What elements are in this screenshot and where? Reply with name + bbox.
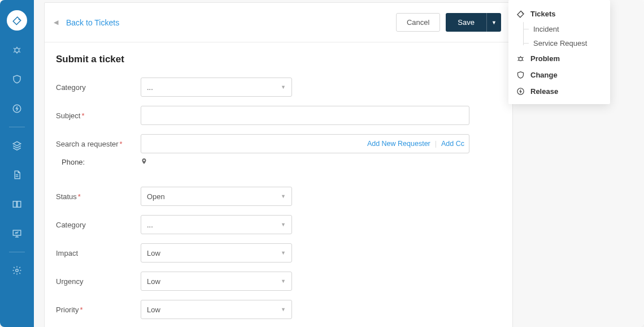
label-priority: Priority* xyxy=(56,306,141,314)
select-urgency[interactable]: Low ▼ xyxy=(141,272,292,291)
tag-icon xyxy=(516,10,525,18)
app-shell: ◀ Back to Tickets Cancel Save ▼ Submit a… xyxy=(0,0,644,327)
select-impact[interactable]: Low ▼ xyxy=(141,243,292,263)
nav-settings-icon[interactable] xyxy=(7,260,27,281)
back-link[interactable]: ◀ Back to Tickets xyxy=(54,18,119,27)
flyout-tickets[interactable]: Tickets xyxy=(508,6,610,22)
flyout-problem[interactable]: Problem xyxy=(508,50,610,67)
sidebar-divider xyxy=(9,252,25,252)
add-requester-link[interactable]: Add New Requester xyxy=(367,140,430,148)
nav-layers-icon[interactable] xyxy=(7,135,27,156)
nav-book-icon[interactable] xyxy=(7,194,27,214)
left-sidebar xyxy=(0,0,34,327)
label-urgency: Urgency xyxy=(56,277,141,286)
chevron-down-icon: ▼ xyxy=(281,193,286,199)
select-category2[interactable]: ... ▼ xyxy=(141,215,292,234)
input-subject[interactable] xyxy=(141,106,469,125)
row-priority: Priority* Low ▼ xyxy=(56,300,501,319)
sidebar-divider xyxy=(9,127,25,127)
nav-document-icon[interactable] xyxy=(7,165,27,185)
nav-presentation-icon[interactable] xyxy=(7,223,27,244)
label-category2: Category xyxy=(56,221,141,229)
chevron-down-icon: ▼ xyxy=(281,84,286,90)
label-category: Category xyxy=(56,83,141,92)
label-phone: Phone: xyxy=(56,158,141,166)
topbar: ◀ Back to Tickets Cancel Save ▼ xyxy=(45,3,512,42)
svg-point-0 xyxy=(15,48,19,53)
save-dropdown-caret[interactable]: ▼ xyxy=(486,13,501,32)
flyout-change[interactable]: Change xyxy=(508,67,610,83)
location-pin-icon xyxy=(141,157,147,167)
bolt-icon xyxy=(516,87,525,96)
bug-icon xyxy=(516,54,525,63)
chevron-left-icon: ◀ xyxy=(54,19,58,26)
save-button[interactable]: Save xyxy=(446,13,486,32)
row-urgency: Urgency Low ▼ xyxy=(56,272,501,291)
label-impact: Impact xyxy=(56,249,141,257)
flyout-service-request[interactable]: Service Request xyxy=(508,36,610,50)
row-requester: Search a requester* Add New Requester | … xyxy=(56,134,501,153)
label-subject: Subject* xyxy=(56,111,141,120)
page-title: Submit a ticket xyxy=(56,54,501,65)
content-card: ◀ Back to Tickets Cancel Save ▼ Submit a… xyxy=(44,2,513,327)
nav-tickets-icon[interactable] xyxy=(7,10,27,31)
chevron-down-icon: ▼ xyxy=(281,222,286,227)
row-category: Category ... ▼ xyxy=(56,78,501,97)
shield-icon xyxy=(516,71,525,79)
row-subject: Subject* xyxy=(56,106,501,125)
chevron-down-icon: ▼ xyxy=(281,307,286,312)
svg-point-4 xyxy=(519,57,522,61)
chevron-down-icon: ▼ xyxy=(281,250,286,256)
label-requester: Search a requester* xyxy=(56,140,141,148)
action-buttons: Cancel Save ▼ xyxy=(396,13,501,32)
flyout-release[interactable]: Release xyxy=(508,83,610,100)
cancel-button[interactable]: Cancel xyxy=(396,13,440,32)
select-status[interactable]: Open ▼ xyxy=(141,187,292,206)
svg-point-3 xyxy=(16,269,19,272)
back-label: Back to Tickets xyxy=(66,18,119,27)
create-menu-flyout: Tickets Incident Service Request Problem xyxy=(508,0,610,104)
chevron-down-icon: ▼ xyxy=(281,278,286,284)
row-impact: Impact Low ▼ xyxy=(56,243,501,263)
row-category2: Category ... ▼ xyxy=(56,215,501,234)
save-button-group: Save ▼ xyxy=(446,13,501,32)
select-priority[interactable]: Low ▼ xyxy=(141,300,292,319)
row-phone: Phone: xyxy=(56,157,501,167)
nav-bug-icon[interactable] xyxy=(7,40,27,60)
row-status: Status* Open ▼ xyxy=(56,187,501,206)
flyout-incident[interactable]: Incident xyxy=(508,22,610,36)
nav-bolt-icon[interactable] xyxy=(7,98,27,119)
main-area: ◀ Back to Tickets Cancel Save ▼ Submit a… xyxy=(34,0,644,327)
form-area: Submit a ticket Category ... ▼ Subject* xyxy=(45,42,512,327)
label-status: Status* xyxy=(56,192,141,201)
nav-shield-icon[interactable] xyxy=(7,69,27,89)
select-category[interactable]: ... ▼ xyxy=(141,78,292,97)
add-cc-link[interactable]: Add Cc xyxy=(441,140,464,148)
input-requester[interactable]: Add New Requester | Add Cc xyxy=(141,134,469,153)
